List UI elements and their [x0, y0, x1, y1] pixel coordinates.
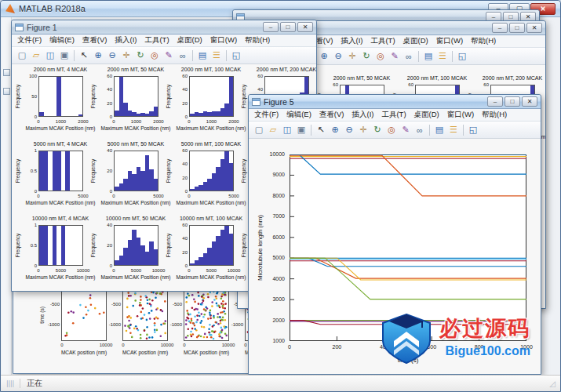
- menu-item-4[interactable]: 工具(T): [140, 35, 173, 45]
- print-figure-icon[interactable]: ▣: [294, 123, 308, 137]
- dock-figure-icon[interactable]: ◱: [466, 123, 480, 137]
- link-plot-icon[interactable]: ∞: [413, 123, 427, 137]
- open-file-icon[interactable]: ▱: [266, 123, 280, 137]
- menu-item-0[interactable]: 文件(F): [250, 110, 282, 120]
- menu-item-2[interactable]: 查看(V): [78, 35, 111, 45]
- matlab-logo-icon: [5, 4, 15, 13]
- window-title-bar[interactable]: Figure 5 ‒ □ ✕: [249, 95, 541, 109]
- menu-item-0[interactable]: 文件(F): [13, 35, 46, 45]
- y-tick-label: 0.5: [20, 169, 37, 173]
- data-cursor-icon[interactable]: ◎: [148, 49, 162, 63]
- panel-icon[interactable]: [3, 69, 10, 76]
- zoom-out-icon[interactable]: ⊖: [342, 123, 356, 137]
- minimize-button[interactable]: ‒: [263, 22, 279, 32]
- brush-data-icon[interactable]: ✎: [399, 123, 413, 137]
- maximize-button[interactable]: □: [505, 96, 520, 107]
- new-figure-icon[interactable]: ▢: [252, 123, 266, 137]
- resize-grip-icon[interactable]: ◿: [549, 379, 556, 388]
- close-button[interactable]: ✕: [526, 23, 542, 33]
- menu-item-4[interactable]: 工具(T): [366, 36, 399, 46]
- y-tick-label: -500: [169, 302, 182, 307]
- menu-item-3[interactable]: 插入(I): [111, 35, 140, 45]
- menu-bar: 文件(F)编辑(E)查看(V)插入(I)工具(T)桌面(D)窗口(W)帮助(H): [249, 109, 541, 122]
- menu-item-5[interactable]: 桌面(D): [399, 36, 432, 46]
- subplot-title: 10000 nm MT, 50 MCAK: [106, 216, 166, 221]
- pan-icon[interactable]: ✛: [356, 123, 370, 137]
- open-file-icon[interactable]: ▱: [29, 49, 43, 63]
- menu-item-5[interactable]: 桌面(D): [173, 35, 206, 45]
- y-tick-label: 60: [170, 223, 188, 227]
- insert-legend-icon[interactable]: ☰: [435, 49, 450, 64]
- x-tick-label: 0: [37, 194, 39, 198]
- rotate-3d-icon[interactable]: ↻: [133, 49, 148, 63]
- rotate-3d-icon[interactable]: ↻: [370, 123, 384, 137]
- brush-data-icon[interactable]: ✎: [162, 49, 176, 63]
- rotate-3d-icon[interactable]: ↻: [359, 49, 373, 64]
- print-figure-icon[interactable]: ▣: [57, 49, 71, 63]
- close-button[interactable]: ✕: [297, 22, 313, 32]
- x-tick-label: 5000: [153, 194, 163, 198]
- menu-item-7[interactable]: 帮助(H): [467, 36, 500, 46]
- dock-figure-icon[interactable]: ◱: [229, 49, 243, 63]
- menu-item-5[interactable]: 桌面(D): [410, 110, 443, 120]
- menu-item-1[interactable]: 编辑(E): [282, 110, 315, 120]
- close-button[interactable]: ✕: [522, 96, 537, 107]
- link-plot-icon[interactable]: ∞: [176, 49, 190, 63]
- x-tick-label: 10000: [100, 343, 113, 347]
- pan-icon[interactable]: ✛: [345, 49, 359, 64]
- insert-colorbar-icon[interactable]: ▤: [421, 49, 435, 64]
- save-figure-icon[interactable]: ◫: [43, 49, 57, 63]
- y-tick-label: 20: [170, 176, 188, 180]
- menu-item-3[interactable]: 插入(I): [348, 110, 377, 120]
- data-cursor-icon[interactable]: ◎: [384, 123, 399, 137]
- main-window-title: MATLAB R2018a: [19, 4, 86, 13]
- y-tick-label: 0: [170, 263, 188, 268]
- menu-item-7[interactable]: 帮助(H): [478, 110, 511, 120]
- subplot-title: 5000 nm MT, 4 MCAK: [34, 141, 87, 147]
- insert-colorbar-icon[interactable]: ▤: [432, 123, 446, 137]
- menu-item-6[interactable]: 窗口(W): [206, 35, 241, 45]
- data-cursor-icon[interactable]: ◎: [373, 49, 388, 64]
- minimize-button[interactable]: ‒: [487, 96, 503, 107]
- minimize-button[interactable]: ‒: [492, 23, 508, 33]
- x-tick-label: 0: [112, 194, 115, 198]
- menu-item-3[interactable]: 插入(I): [337, 36, 366, 46]
- subplot-title: 10000 nm MT, 100 MCAK: [180, 216, 242, 221]
- new-figure-icon[interactable]: ▢: [15, 49, 29, 63]
- brush-data-icon[interactable]: ✎: [388, 49, 402, 64]
- status-text: 正在: [27, 378, 42, 389]
- zoom-out-icon[interactable]: ⊖: [105, 49, 119, 63]
- histogram-subplot: 10000 nm MT, 50 MCAKFrequency02040050001…: [89, 215, 164, 289]
- insert-legend-icon[interactable]: ☰: [446, 123, 461, 137]
- y-tick-label: -1000: [108, 322, 121, 327]
- zoom-in-icon[interactable]: ⊕: [328, 123, 342, 137]
- dock-figure-icon[interactable]: ◱: [455, 49, 469, 64]
- toolbar-separator: [429, 125, 430, 136]
- edit-plot-icon[interactable]: ↖: [77, 49, 91, 63]
- menu-item-7[interactable]: 帮助(H): [241, 35, 274, 45]
- link-plot-icon[interactable]: ∞: [402, 49, 416, 64]
- menu-item-6[interactable]: 窗口(W): [443, 110, 478, 120]
- y-tick-label: 60: [170, 74, 188, 78]
- insert-legend-icon[interactable]: ☰: [209, 49, 224, 63]
- y-tick-label: 0.5: [20, 243, 37, 248]
- save-figure-icon[interactable]: ◫: [280, 123, 294, 137]
- menu-item-4[interactable]: 工具(T): [377, 110, 410, 120]
- window-title-bar[interactable]: Figure 1 ‒ □ ✕: [12, 20, 316, 34]
- maximize-button[interactable]: □: [280, 22, 296, 32]
- x-axis-label: Maximum MCAK Position (nm): [177, 125, 246, 131]
- pan-icon[interactable]: ✛: [119, 49, 133, 63]
- maximize-button[interactable]: □: [509, 23, 525, 33]
- edit-plot-icon[interactable]: ↖: [314, 123, 328, 137]
- menu-item-6[interactable]: 窗口(W): [432, 36, 467, 46]
- x-tick-label: 10000: [77, 268, 90, 273]
- zoom-in-icon[interactable]: ⊕: [91, 49, 105, 63]
- menu-item-1[interactable]: 编辑(E): [46, 35, 78, 45]
- zoom-out-icon[interactable]: ⊖: [331, 49, 345, 64]
- insert-colorbar-icon[interactable]: ▤: [195, 49, 209, 63]
- y-tick-label: 20: [170, 250, 188, 255]
- panel-icon[interactable]: [3, 88, 10, 95]
- axes: [38, 225, 83, 266]
- menu-item-2[interactable]: 查看(V): [315, 110, 348, 120]
- zoom-in-icon[interactable]: ⊕: [317, 49, 331, 64]
